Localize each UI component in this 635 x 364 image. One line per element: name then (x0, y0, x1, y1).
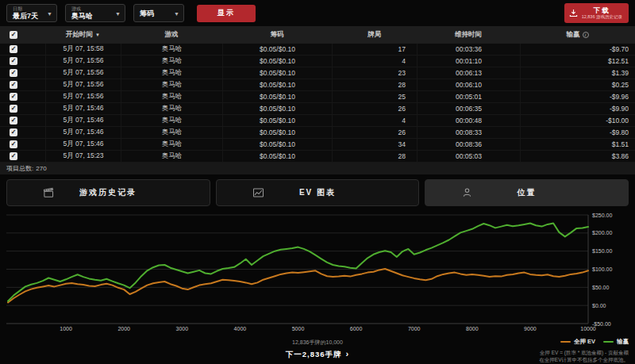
allin-ev-swatch (560, 341, 571, 343)
cell-hands: 23 (332, 67, 417, 79)
row-checkbox[interactable]: ✓ (10, 117, 17, 125)
tab-position[interactable]: 位置 (425, 179, 629, 206)
cell-winloss: -$9.96 (520, 91, 635, 102)
stakes-filter-dropdown[interactable]: 筹码 ▼ (133, 4, 184, 22)
header-duration[interactable]: 维持时间 (417, 26, 520, 44)
cell-winloss: $1.39 (520, 67, 635, 79)
legend-item-winloss: 输赢 (603, 338, 629, 346)
cell-start-time: 5月 07, 15:46 (45, 139, 121, 150)
cell-game: 奥马哈 (121, 79, 222, 90)
svg-text:$150.00: $150.00 (592, 248, 612, 254)
header-game[interactable]: 游戏 (121, 26, 222, 44)
chevron-down-icon: ▼ (115, 10, 121, 16)
cell-stakes: $0.05/$0.10 (222, 103, 332, 114)
cell-game: 奥马哈 (121, 151, 222, 162)
ev-chart-svg: $250.00$200.00$150.00$100.00$50.00$0.00-… (0, 207, 635, 336)
svg-text:2000: 2000 (117, 326, 130, 331)
header-start-time[interactable]: 开始时间 ▼ (45, 26, 121, 44)
game-filter-label: 游戏 (71, 6, 112, 12)
ev-chart: $250.00$200.00$150.00$100.00$50.00$0.00-… (0, 207, 635, 336)
cell-hands: 34 (332, 139, 417, 150)
table-row[interactable]: ✓5月 07, 15:46奥马哈$0.05/$0.102600:06:35-$9… (0, 103, 635, 115)
download-button[interactable]: 下载 12,836 游戏历史记录 (564, 3, 629, 23)
svg-text:4000: 4000 (234, 326, 247, 331)
filter-bar: 日期 最后7天 ▼ 游戏 奥马哈 ▼ 筹码 ▼ 显示 下载 12,836 游戏历… (0, 0, 635, 26)
download-icon (569, 6, 578, 21)
cell-hands: 26 (332, 127, 417, 138)
cell-winloss: $3.86 (520, 151, 635, 162)
chevron-down-icon: ▼ (47, 10, 52, 16)
row-checkbox[interactable]: ✓ (10, 105, 17, 113)
header-winloss[interactable]: 输赢 i (520, 26, 635, 44)
cell-hands: 4 (332, 115, 417, 126)
table-row[interactable]: ✓5月 07, 15:56奥马哈$0.05/$0.102500:05:01-$9… (0, 91, 635, 103)
select-all-checkbox[interactable]: ✓ (10, 31, 17, 39)
svg-text:8000: 8000 (466, 326, 479, 331)
cell-duration: 00:08:33 (417, 127, 520, 138)
row-checkbox[interactable]: ✓ (10, 45, 17, 53)
svg-text:5000: 5000 (292, 326, 305, 331)
table-row[interactable]: ✓5月 07, 15:56奥马哈$0.05/$0.102300:06:13$1.… (0, 67, 635, 79)
header-hands[interactable]: 牌局 (332, 26, 417, 44)
row-checkbox[interactable]: ✓ (10, 69, 17, 77)
svg-text:$100.00: $100.00 (592, 266, 612, 272)
tab-game-history[interactable]: 游戏历史记录 (6, 179, 210, 206)
svg-text:6000: 6000 (350, 326, 363, 331)
row-checkbox[interactable]: ✓ (10, 140, 17, 148)
cell-duration: 00:05:03 (417, 151, 520, 162)
cell-duration: 00:06:13 (417, 67, 520, 79)
row-checkbox[interactable]: ✓ (10, 57, 17, 65)
cell-duration: 00:06:10 (417, 79, 520, 90)
cell-stakes: $0.05/$0.10 (222, 44, 332, 55)
table-row[interactable]: ✓5月 07, 15:46奥马哈$0.05/$0.10400:00:48-$10… (0, 115, 635, 127)
cell-winloss: -$10.00 (520, 115, 635, 126)
table-row[interactable]: ✓5月 07, 15:56奥马哈$0.05/$0.10400:01:10$12.… (0, 56, 635, 67)
table-row[interactable]: ✓5月 07, 15:23奥马哈$0.05/$0.102800:05:03$3.… (0, 151, 635, 163)
show-button[interactable]: 显示 (197, 5, 256, 22)
clapperboard-icon (43, 187, 55, 199)
cell-stakes: $0.05/$0.10 (222, 115, 332, 126)
svg-text:$200.00: $200.00 (592, 230, 612, 236)
table-header-row: ✓ 开始时间 ▼ 游戏 筹码 牌局 维持时间 输赢 i (0, 26, 635, 44)
chart-legend: 全押 EV 输赢 (539, 338, 629, 346)
cell-winloss: $12.51 (520, 56, 635, 67)
cell-duration: 00:08:36 (417, 139, 520, 150)
cell-winloss: $0.25 (520, 79, 635, 90)
cell-hands: 28 (332, 79, 417, 90)
cell-game: 奥马哈 (121, 44, 222, 55)
table-row[interactable]: ✓5月 07, 15:56奥马哈$0.05/$0.102800:06:10$0.… (0, 79, 635, 91)
row-checkbox[interactable]: ✓ (10, 81, 17, 89)
table-row[interactable]: ✓5月 07, 15:46奥马哈$0.05/$0.103400:08:36$1.… (0, 139, 635, 151)
cell-stakes: $0.05/$0.10 (222, 127, 332, 138)
cell-stakes: $0.05/$0.10 (222, 151, 332, 162)
cell-game: 奥马哈 (121, 91, 222, 102)
date-filter-dropdown[interactable]: 日期 最后7天 ▼ (6, 4, 57, 22)
row-checkbox[interactable]: ✓ (10, 128, 17, 136)
tab-label: 游戏历史记录 (79, 187, 137, 198)
cell-hands: 26 (332, 103, 417, 114)
table-row[interactable]: ✓5月 07, 15:46奥马哈$0.05/$0.102600:08:33-$9… (0, 127, 635, 139)
cell-start-time: 5月 07, 15:46 (45, 115, 121, 126)
cell-duration: 00:06:35 (417, 103, 520, 114)
row-checkbox[interactable]: ✓ (10, 93, 17, 101)
table-row[interactable]: ✓5月 07, 15:58奥马哈$0.05/$0.101700:03:36-$9… (0, 44, 635, 56)
svg-text:10000: 10000 (580, 326, 596, 331)
cell-stakes: $0.05/$0.10 (222, 56, 332, 67)
cell-hands: 4 (332, 56, 417, 67)
tab-ev-chart[interactable]: EV 图表 (216, 179, 420, 206)
svg-text:9000: 9000 (524, 326, 537, 331)
header-stakes[interactable]: 筹码 (222, 26, 332, 44)
row-checkbox[interactable]: ✓ (10, 152, 17, 160)
date-filter-label: 日期 (13, 6, 44, 12)
game-filter-dropdown[interactable]: 游戏 奥马哈 ▼ (65, 4, 125, 22)
winloss-swatch (603, 341, 614, 343)
cell-start-time: 5月 07, 15:56 (45, 79, 121, 90)
cell-start-time: 5月 07, 15:23 (45, 151, 121, 162)
cell-game: 奥马哈 (121, 56, 222, 67)
cell-duration: 00:03:36 (417, 44, 520, 55)
svg-text:$250.00: $250.00 (592, 213, 612, 218)
table-total-bar: 项目总数: 270 (0, 163, 635, 174)
download-title: 下载 (594, 7, 610, 14)
chevron-down-icon: ▼ (174, 10, 179, 16)
cell-winloss: -$9.80 (520, 127, 635, 138)
